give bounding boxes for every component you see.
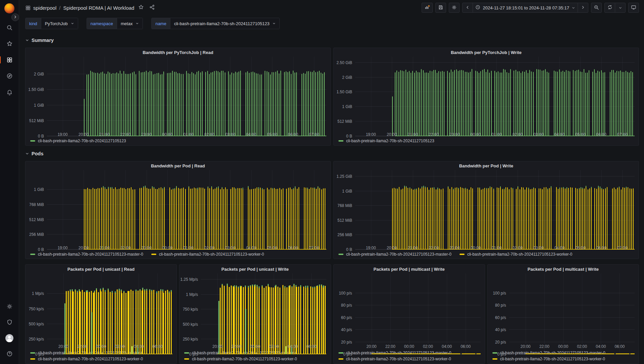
legend-item[interactable]: cli-bash-pretrain-llama2-70b-sh-20241127… xyxy=(30,357,143,361)
sidebar-item-alerting[interactable] xyxy=(4,87,15,98)
x-tick-label: 02:00 xyxy=(204,132,214,137)
x-tick-label: 20:00 xyxy=(367,344,377,349)
plot-area[interactable] xyxy=(355,57,635,132)
panel-title[interactable]: Packets per Pod | multicast | Write xyxy=(488,265,639,273)
x-tick-label: 05:00 xyxy=(267,132,277,137)
y-axis: 1 GiB768 MiB512 MiB256 MiB0 B xyxy=(25,170,47,245)
sidebar-item-search[interactable] xyxy=(4,22,15,33)
y-tick-label: 100 p/s xyxy=(339,291,352,296)
dashboard-settings-button[interactable] xyxy=(449,3,460,13)
plot-area[interactable] xyxy=(355,273,481,344)
sidebar-item-help[interactable] xyxy=(4,348,15,359)
panel-bandwidth-pytorchjob-read: Bandwidth per PyTorchJob | Read 2 GiB1.5… xyxy=(25,48,331,146)
chevron-down-icon xyxy=(572,6,575,10)
x-tick-label: 04:00 xyxy=(554,246,565,250)
legend-item[interactable]: cli-bash-pretrain-llama2-70b-sh-20241127… xyxy=(492,357,605,361)
save-dashboard-button[interactable] xyxy=(435,3,446,13)
add-visualization-button[interactable] xyxy=(422,3,433,13)
legend-item[interactable]: cli-bash-pretrain-llama2-70b-sh-20241127… xyxy=(338,139,434,143)
sidebar-item-dashboards[interactable] xyxy=(4,54,15,65)
time-range-picker[interactable]: 2024-11-27 18:15:01 to 2024-11-28 07:35:… xyxy=(473,3,578,13)
legend-item[interactable]: cli-bash-pretrain-llama2-70b-sh-20241127… xyxy=(338,252,451,257)
panel-title-text: Bandwidth per PyTorchJob | Read xyxy=(143,50,213,55)
panel-title[interactable]: Packets per Pod | unicast | Read xyxy=(25,265,176,273)
y-tick-label: 0 p/s xyxy=(35,352,44,357)
x-tick-label: 02:00 xyxy=(423,344,433,349)
legend-series-name: cli-bash-pretrain-llama2-70b-sh-20241127… xyxy=(38,139,126,143)
panel-title[interactable]: Bandwidth per Pod | Read xyxy=(25,161,330,170)
sidebar-item-profile[interactable] xyxy=(4,332,15,344)
plot-area[interactable] xyxy=(47,57,326,132)
plot-area[interactable] xyxy=(47,170,326,245)
panel-title-text: Bandwidth per Pod | Read xyxy=(151,163,205,168)
variable-name-dropdown[interactable]: name cli-bash-pretrain-llama2-70b-sh-202… xyxy=(151,18,280,29)
x-tick-label: 20:00 xyxy=(78,246,89,250)
plot-area[interactable] xyxy=(47,273,172,344)
sidebar xyxy=(0,0,19,364)
cycle-view-mode-button[interactable] xyxy=(628,3,639,13)
y-tick-label: 0 B xyxy=(38,247,44,252)
x-axis: 19:0020:0021:0022:0023:0000:0001:0002:00… xyxy=(355,245,635,251)
panel-title-text: Packets per Pod | unicast | Write xyxy=(221,267,289,272)
x-tick-label: 20:00 xyxy=(387,246,397,250)
y-tick-label: 0 B xyxy=(346,247,352,252)
zoom-out-time-button[interactable] xyxy=(591,3,602,13)
refresh-dashboard-button[interactable] xyxy=(604,3,615,13)
y-tick-label: 512 MiB xyxy=(29,118,44,123)
variable-kind-dropdown[interactable]: kind PyTorchJob xyxy=(25,18,78,29)
legend-item[interactable]: cli-bash-pretrain-llama2-70b-sh-20241127… xyxy=(338,357,451,361)
panel-title[interactable]: Bandwidth per PyTorchJob | Write xyxy=(334,48,639,57)
y-tick-label: 768 MiB xyxy=(337,203,352,208)
x-tick-label: 04:00 xyxy=(288,344,298,349)
x-tick-label: 00:00 xyxy=(250,344,260,349)
panel-title[interactable]: Packets per Pod | multicast | Write xyxy=(334,265,485,273)
x-tick-label: 06:00 xyxy=(288,132,298,137)
plot-area[interactable] xyxy=(509,273,635,344)
packets-panels-row: Packets per Pod | unicast | Read 1 Mp/s7… xyxy=(25,264,639,364)
panel-title[interactable]: Bandwidth per PyTorchJob | Read xyxy=(25,48,330,57)
legend-series-color xyxy=(338,140,343,142)
panel-title[interactable]: Packets per Pod | unicast | Write xyxy=(179,265,330,273)
panel-title[interactable]: Bandwidth per Pod | Write xyxy=(334,161,639,170)
legend-item[interactable]: cli-bash-pretrain-llama2-70b-sh-20241127… xyxy=(30,252,143,257)
y-axis: 1.25 Mp/s1 Mp/s750 kp/s500 kp/s250 kp/s0… xyxy=(179,273,201,344)
x-tick-label: 06:00 xyxy=(614,344,625,349)
star-dashboard-button[interactable] xyxy=(137,3,145,12)
variable-namespace-dropdown[interactable]: namespace metax xyxy=(87,18,143,29)
variable-value: PyTorchJob xyxy=(45,21,68,26)
x-tick-label: 05:00 xyxy=(575,246,585,250)
legend-item[interactable]: cli-bash-pretrain-llama2-70b-sh-20241127… xyxy=(184,357,297,361)
legend: cli-bash-pretrain-llama2-70b-sh-20241127… xyxy=(334,138,639,145)
sidebar-item-admin-settings[interactable] xyxy=(4,301,15,312)
chart-area: 1 GiB768 MiB512 MiB256 MiB0 B xyxy=(25,170,330,245)
x-tick-label: 01:00 xyxy=(183,246,193,250)
plot-area[interactable] xyxy=(355,170,635,245)
legend-series-color xyxy=(492,358,497,360)
section-summary-toggle[interactable]: Summary xyxy=(25,36,639,45)
legend-item[interactable]: cli-bash-pretrain-llama2-70b-sh-20241127… xyxy=(30,139,126,143)
sidebar-item-server-admin[interactable] xyxy=(4,317,15,328)
y-tick-label: 20 p/s xyxy=(341,340,352,345)
legend-item[interactable]: cli-bash-pretrain-llama2-70b-sh-20241127… xyxy=(151,252,264,257)
sidebar-item-starred[interactable] xyxy=(4,38,15,49)
share-dashboard-button[interactable] xyxy=(148,3,156,12)
grafana-logo[interactable] xyxy=(4,3,14,13)
sidebar-item-explore[interactable] xyxy=(4,70,15,82)
breadcrumb-folder[interactable]: spiderpool xyxy=(33,5,56,11)
help-icon xyxy=(6,351,13,357)
legend-item[interactable]: cli-bash-pretrain-llama2-70b-sh-20241127… xyxy=(460,252,572,257)
legend-series-name: cli-bash-pretrain-llama2-70b-sh-20241127… xyxy=(346,357,451,361)
sidebar-expand-button[interactable] xyxy=(11,13,19,21)
legend-series-name: cli-bash-pretrain-llama2-70b-sh-20241127… xyxy=(192,357,297,361)
section-pods-toggle[interactable]: Pods xyxy=(25,149,639,158)
refresh-interval-dropdown[interactable] xyxy=(615,3,626,13)
x-tick-label: 22:00 xyxy=(77,344,87,349)
time-shift-forward-button[interactable] xyxy=(578,3,588,13)
time-shift-back-button[interactable] xyxy=(462,3,473,13)
variable-value: cli-bash-pretrain-llama2-70b-sh-20241127… xyxy=(174,21,270,26)
chevron-right-icon xyxy=(13,15,17,20)
x-tick-label: 03:00 xyxy=(533,246,543,250)
legend-series-name: cli-bash-pretrain-llama2-70b-sh-20241127… xyxy=(38,357,143,361)
main-area: spiderpool / Spiderpool RDMA | AI Worklo… xyxy=(19,0,644,364)
plot-area[interactable] xyxy=(201,273,326,344)
